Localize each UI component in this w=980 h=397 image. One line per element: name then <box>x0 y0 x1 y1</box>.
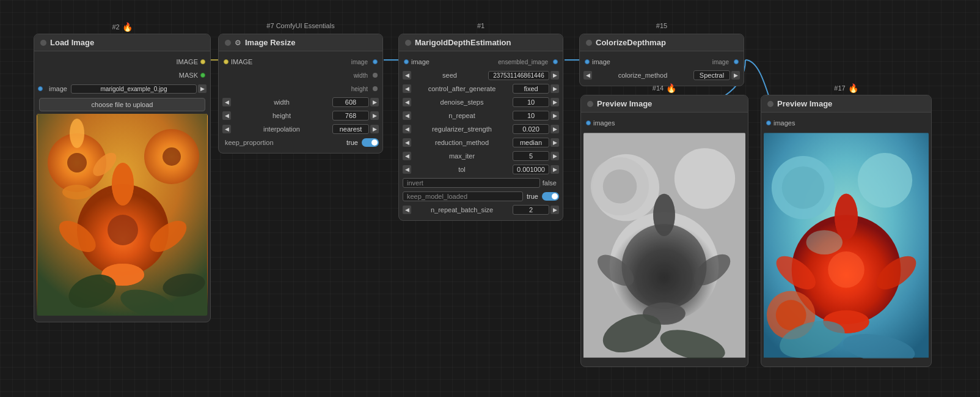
width-output-port: width <box>219 69 382 82</box>
node-preview14-header: Preview Image <box>581 95 748 113</box>
height-increase-btn[interactable]: ▶ <box>370 111 379 120</box>
preview14-images-dot[interactable] <box>586 121 591 125</box>
preview17-images-dot[interactable] <box>766 121 771 125</box>
node-marigold-header: MarigoldDepthEstimation <box>399 34 563 51</box>
mask-output-dot[interactable] <box>200 73 205 78</box>
seed-value[interactable]: 237531146861446 <box>488 71 549 80</box>
cm-increase-btn[interactable]: ▶ <box>731 71 740 80</box>
height-value[interactable]: 768 <box>332 111 369 121</box>
node-load-image: #2 🔥 Load Image IMAGE MASK image marigol… <box>34 34 211 322</box>
interpolation-value[interactable]: nearest <box>332 124 369 134</box>
node-preview17-header: Preview Image <box>761 95 931 113</box>
load-image-preview <box>37 114 208 316</box>
keep-model-loaded-field: keep_model_loaded true <box>399 190 563 203</box>
image-input-row: image marigold_example_0.jpg ▶ <box>34 82 210 95</box>
rm-increase-btn[interactable]: ▶ <box>550 138 559 147</box>
image-filename[interactable]: marigold_example_0.jpg <box>71 84 197 94</box>
cm-decrease-btn[interactable]: ◀ <box>583 71 592 80</box>
mi-value[interactable]: 5 <box>513 151 549 161</box>
node-colorize-title: ColorizeDepthmap <box>596 38 737 47</box>
keep-model-loaded-toggle[interactable] <box>542 192 559 201</box>
svg-point-51 <box>806 230 843 254</box>
tol-decrease-btn[interactable]: ◀ <box>403 165 411 174</box>
nr-value[interactable]: 10 <box>513 111 549 121</box>
fire-icon-17: 🔥 <box>848 83 858 93</box>
node-image-resize-body: IMAGE image width height ◀ width 608 ▶ <box>219 51 382 153</box>
svg-point-9 <box>70 119 84 148</box>
nrb-decrease-btn[interactable]: ◀ <box>403 206 411 214</box>
node-preview17-title: Preview Image <box>777 99 925 108</box>
nrb-increase-btn[interactable]: ▶ <box>550 206 559 214</box>
node-colorize-badge: #15 <box>656 22 667 29</box>
node-marigold-title: MarigoldDepthEstimation <box>415 38 557 47</box>
ds-value[interactable]: 10 <box>513 97 549 107</box>
node-image-resize-badge: #7 ComfyUI Essentials <box>266 22 334 29</box>
width-field: ◀ width 608 ▶ <box>219 95 382 109</box>
nrb-value[interactable]: 2 <box>513 205 549 215</box>
ds-increase-btn[interactable]: ▶ <box>550 98 559 106</box>
cm-value[interactable]: Spectral <box>693 70 730 80</box>
preview17-images-port: images <box>761 116 931 130</box>
rs-decrease-btn[interactable]: ◀ <box>403 125 411 133</box>
interp-increase-btn[interactable]: ▶ <box>370 125 379 133</box>
node-preview17: #17 🔥 Preview Image images <box>761 95 932 367</box>
interpolation-field: ◀ interpolation nearest ▶ <box>219 122 382 136</box>
preview14-images-port: images <box>581 116 748 130</box>
width-decrease-btn[interactable]: ◀ <box>222 98 231 106</box>
rm-value[interactable]: median <box>513 138 549 147</box>
keep-proportion-field: keep_proportion true <box>219 136 382 149</box>
image-browse-btn[interactable]: ▶ <box>198 84 207 93</box>
status-dot <box>40 40 46 46</box>
height-decrease-btn[interactable]: ◀ <box>222 111 231 120</box>
node-marigold: #1 MarigoldDepthEstimation image ensembl… <box>398 34 563 221</box>
image-output-port: IMAGE <box>34 55 210 69</box>
tol-field: ◀ tol 0.001000 ▶ <box>399 163 563 176</box>
node-marigold-body: image ensembled_image ◀ seed 23753114686… <box>399 51 563 220</box>
colorize-image-out-dot[interactable] <box>734 59 739 64</box>
node-image-resize-title: Image Resize <box>245 38 376 47</box>
mi-decrease-btn[interactable]: ◀ <box>403 152 411 160</box>
height-output-port: height <box>219 82 382 95</box>
rm-decrease-btn[interactable]: ◀ <box>403 138 411 147</box>
seed-increase-btn[interactable]: ▶ <box>550 71 559 80</box>
tol-increase-btn[interactable]: ▶ <box>550 165 559 174</box>
width-increase-btn[interactable]: ▶ <box>370 98 379 106</box>
seed-decrease-btn[interactable]: ◀ <box>403 71 411 80</box>
marigold-image-in-dot[interactable] <box>404 59 409 64</box>
image-output-dot-resize[interactable] <box>373 59 378 64</box>
n-repeat-batch-field: ◀ n_repeat_batch_size 2 ▶ <box>399 203 563 217</box>
tol-value[interactable]: 0.001000 <box>513 165 549 174</box>
rs-increase-btn[interactable]: ▶ <box>550 125 559 133</box>
mi-increase-btn[interactable]: ▶ <box>550 152 559 160</box>
node-colorize: #15 ColorizeDepthmap image image ◀ color… <box>579 34 744 86</box>
cag-decrease-btn[interactable]: ◀ <box>403 84 411 93</box>
reg-strength-field: ◀ regularizer_strength 0.020 ▶ <box>399 122 563 136</box>
node-marigold-badge: #1 <box>477 22 485 29</box>
image-input-port-resize: IMAGE image <box>219 55 382 69</box>
node-load-image-badge: #2 🔥 <box>112 22 132 32</box>
status-dot-2 <box>225 40 231 46</box>
marigold-ensemble-out-dot[interactable] <box>553 59 558 64</box>
cag-value[interactable]: fixed <box>513 84 549 94</box>
width-value[interactable]: 608 <box>332 97 369 107</box>
marigold-flower-image <box>37 114 208 316</box>
image-input-dot[interactable] <box>38 86 43 91</box>
colorized-depth-preview <box>764 132 929 360</box>
canvas-area: #2 🔥 Load Image IMAGE MASK image marigol… <box>0 0 980 397</box>
keep-proportion-toggle[interactable] <box>362 138 379 147</box>
image-input-dot-resize[interactable] <box>224 59 229 64</box>
svg-rect-34 <box>583 133 745 357</box>
image-output-dot[interactable] <box>200 59 205 64</box>
choose-file-button[interactable]: choose file to upload <box>39 98 205 111</box>
svg-point-11 <box>62 185 92 199</box>
cag-increase-btn[interactable]: ▶ <box>550 84 559 93</box>
node-load-image-title: Load Image <box>50 38 204 47</box>
nr-decrease-btn[interactable]: ◀ <box>403 111 411 120</box>
colorized-depth-svg <box>764 132 929 358</box>
interp-decrease-btn[interactable]: ◀ <box>222 125 231 133</box>
nr-increase-btn[interactable]: ▶ <box>550 111 559 120</box>
n-repeat-field: ◀ n_repeat 10 ▶ <box>399 109 563 122</box>
rs-value[interactable]: 0.020 <box>513 124 549 134</box>
ds-decrease-btn[interactable]: ◀ <box>403 98 411 106</box>
colorize-image-in-dot[interactable] <box>585 59 590 64</box>
